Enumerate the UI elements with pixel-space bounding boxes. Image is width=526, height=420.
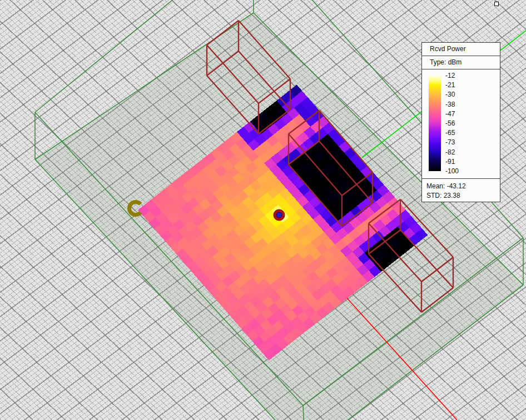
legend-title: Rcvd Power — [422, 43, 500, 56]
legend-tick: -30 — [445, 91, 479, 98]
legend-tick: -65 — [445, 129, 479, 136]
legend-tick: -73 — [445, 139, 479, 146]
legend-std: STD: 23.38 — [426, 191, 500, 201]
legend-tick: -47 — [445, 111, 479, 117]
3d-viewport[interactable]: Rcvd Power Type: dBm -12-21-30-38-47-56-… — [0, 0, 526, 420]
legend-ticks: -12-21-30-38-47-56-65-73-82-91-100 — [445, 72, 479, 174]
legend-stats: Mean: -43.12 STD: 23.38 — [422, 178, 500, 202]
legend-type-label: Type: dBm — [422, 56, 500, 69]
legend-mean: Mean: -43.12 — [426, 182, 500, 191]
legend-panel: Rcvd Power Type: dBm -12-21-30-38-47-56-… — [421, 42, 500, 202]
legend-tick: -82 — [445, 149, 479, 156]
legend-tick: -100 — [445, 168, 479, 174]
legend-tick: -38 — [445, 101, 479, 108]
legend-tick: -12 — [445, 72, 479, 79]
legend-tick: -56 — [445, 120, 479, 127]
legend-tick: -91 — [445, 158, 479, 165]
view-widget-square[interactable] — [494, 2, 499, 6]
tx-marker[interactable] — [274, 209, 285, 221]
legend-colorbar — [429, 76, 441, 171]
legend-tick: -21 — [445, 82, 479, 88]
